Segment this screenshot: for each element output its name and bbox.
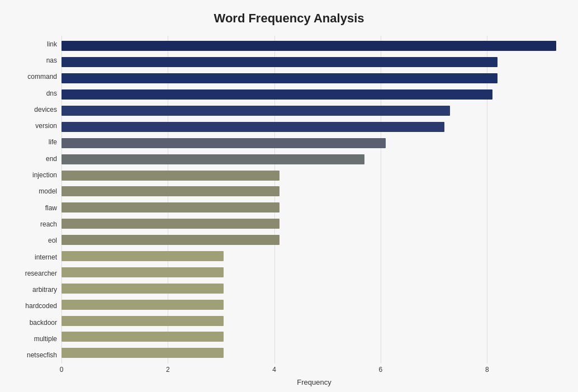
- bar: [61, 41, 556, 51]
- y-label: reach: [40, 221, 57, 228]
- x-tick-label: 0: [60, 366, 64, 374]
- bar-row: [61, 56, 567, 68]
- bar: [61, 316, 224, 326]
- chart-title: Word Frequency Analysis: [214, 11, 364, 26]
- bar: [61, 251, 224, 261]
- bar: [61, 122, 444, 132]
- bar-row: [61, 315, 567, 327]
- bar: [61, 138, 386, 148]
- x-tick-label: 6: [379, 366, 383, 374]
- y-label: model: [39, 188, 57, 195]
- bars-and-grid: [61, 36, 567, 363]
- y-label: life: [49, 139, 57, 145]
- y-label: devices: [34, 106, 57, 113]
- bar: [61, 186, 279, 196]
- bar: [61, 284, 224, 294]
- bar: [61, 332, 224, 342]
- bar-row: [61, 347, 567, 359]
- bar-row: [61, 153, 567, 166]
- y-label: link: [47, 41, 57, 48]
- bar: [61, 202, 279, 212]
- bar: [61, 348, 224, 358]
- x-tick-label: 4: [272, 366, 276, 374]
- x-tick-label: 8: [485, 366, 489, 374]
- y-label: end: [46, 155, 57, 162]
- bar-row: [61, 40, 567, 52]
- y-label: dns: [46, 90, 57, 97]
- bar-row: [61, 330, 567, 343]
- y-label: command: [27, 73, 57, 80]
- bar-row: [61, 185, 567, 197]
- bar-row: [61, 250, 567, 262]
- bar: [61, 267, 224, 277]
- chart-area: linknascommanddnsdevicesversionlifeendin…: [11, 36, 567, 363]
- bar: [61, 154, 364, 164]
- bar: [61, 57, 498, 67]
- y-label: eol: [48, 237, 57, 244]
- bar: [61, 106, 450, 116]
- bar: [61, 300, 224, 310]
- bar-row: [61, 137, 567, 149]
- bar: [61, 235, 279, 245]
- y-label: version: [35, 122, 57, 129]
- bar-row: [61, 266, 567, 278]
- y-label: netsecfish: [27, 352, 57, 358]
- bars-wrapper: [61, 36, 567, 363]
- bar-row: [61, 121, 567, 133]
- bar-row: [61, 169, 567, 182]
- bar-row: [61, 234, 567, 246]
- y-labels: linknascommanddnsdevicesversionlifeendin…: [11, 36, 61, 363]
- bar: [61, 219, 279, 229]
- y-label: backdoor: [30, 319, 57, 326]
- bar: [61, 171, 279, 181]
- y-label: multiple: [34, 336, 57, 342]
- x-tick-label: 2: [166, 366, 170, 374]
- y-label: hardcoded: [25, 303, 57, 309]
- bar: [61, 89, 492, 100]
- bar-row: [61, 218, 567, 230]
- bar: [61, 73, 498, 83]
- y-label: internet: [35, 254, 57, 261]
- y-label: injection: [32, 172, 57, 178]
- y-label: researcher: [25, 270, 57, 277]
- bar-row: [61, 282, 567, 295]
- bar-row: [61, 201, 567, 214]
- bar-row: [61, 72, 567, 84]
- bar-row: [61, 105, 567, 117]
- bar-row: [61, 88, 567, 101]
- chart-container: linknascommanddnsdevicesversionlifeendin…: [11, 36, 567, 386]
- x-axis-area: 02468: [11, 366, 567, 377]
- y-label: nas: [46, 57, 57, 64]
- bar-row: [61, 299, 567, 311]
- x-axis-labels: 02468: [61, 366, 567, 377]
- y-label: arbitrary: [32, 286, 57, 293]
- x-axis-title: Frequency: [11, 378, 567, 386]
- y-label: flaw: [45, 205, 57, 211]
